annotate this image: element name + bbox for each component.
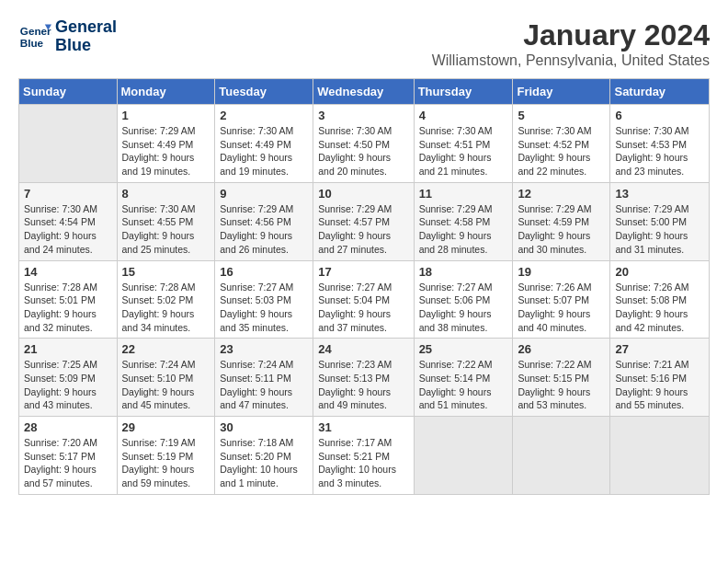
day-info: Sunrise: 7:26 AMSunset: 5:07 PMDaylight:… [518,281,605,335]
day-info: Sunrise: 7:18 AMSunset: 5:20 PMDaylight:… [220,436,308,490]
day-info: Sunrise: 7:30 AMSunset: 4:55 PMDaylight:… [122,202,210,257]
week-row-1: 1 Sunrise: 7:29 AMSunset: 4:49 PMDayligh… [19,105,710,183]
day-info: Sunrise: 7:26 AMSunset: 5:08 PMDaylight:… [615,281,704,335]
day-info: Sunrise: 7:30 AMSunset: 4:51 PMDaylight:… [419,124,508,178]
day-number: 24 [318,342,408,356]
day-number: 23 [220,342,308,356]
day-cell [19,105,118,183]
day-info: Sunrise: 7:30 AMSunset: 4:54 PMDaylight:… [24,202,112,257]
day-info: Sunrise: 7:23 AMSunset: 5:13 PMDaylight:… [318,358,408,412]
day-info: Sunrise: 7:20 AMSunset: 5:17 PMDaylight:… [24,436,112,490]
day-cell: 18 Sunrise: 7:27 AMSunset: 5:06 PMDaylig… [414,260,513,339]
calendar-table: SundayMondayTuesdayWednesdayThursdayFrid… [18,78,710,495]
header-row: SundayMondayTuesdayWednesdayThursdayFrid… [19,79,710,105]
day-number: 16 [220,265,308,279]
day-number: 12 [518,187,605,201]
week-row-3: 14 Sunrise: 7:28 AMSunset: 5:01 PMDaylig… [19,260,710,339]
day-cell: 3 Sunrise: 7:30 AMSunset: 4:50 PMDayligh… [313,105,414,183]
day-info: Sunrise: 7:29 AMSunset: 5:00 PMDaylight:… [615,202,704,257]
day-info: Sunrise: 7:22 AMSunset: 5:14 PMDaylight:… [419,358,508,412]
day-number: 10 [318,187,408,201]
day-cell: 21 Sunrise: 7:25 AMSunset: 5:09 PMDaylig… [19,339,118,417]
logo-icon: General Blue [18,20,51,53]
day-number: 19 [518,265,605,279]
day-info: Sunrise: 7:30 AMSunset: 4:52 PMDaylight:… [518,124,605,178]
week-row-4: 21 Sunrise: 7:25 AMSunset: 5:09 PMDaylig… [19,339,710,417]
day-cell: 12 Sunrise: 7:29 AMSunset: 4:59 PMDaylig… [513,182,610,260]
day-cell: 14 Sunrise: 7:28 AMSunset: 5:01 PMDaylig… [19,260,118,339]
day-info: Sunrise: 7:29 AMSunset: 4:49 PMDaylight:… [122,124,210,178]
day-number: 4 [419,109,508,122]
day-info: Sunrise: 7:29 AMSunset: 4:57 PMDaylight:… [318,202,408,257]
day-cell: 9 Sunrise: 7:29 AMSunset: 4:56 PMDayligh… [215,182,313,260]
day-number: 5 [518,109,605,122]
header-cell-monday: Monday [117,79,215,105]
day-number: 3 [318,109,408,122]
day-cell: 23 Sunrise: 7:24 AMSunset: 5:11 PMDaylig… [215,339,313,417]
day-info: Sunrise: 7:17 AMSunset: 5:21 PMDaylight:… [318,436,408,490]
day-info: Sunrise: 7:30 AMSunset: 4:50 PMDaylight:… [318,124,408,178]
logo: General Blue General Blue [18,18,117,55]
calendar-header: SundayMondayTuesdayWednesdayThursdayFrid… [19,79,710,105]
day-number: 20 [615,265,704,279]
day-number: 2 [220,109,308,122]
day-info: Sunrise: 7:29 AMSunset: 4:59 PMDaylight:… [518,202,605,257]
day-number: 7 [24,187,112,201]
day-info: Sunrise: 7:24 AMSunset: 5:10 PMDaylight:… [122,358,210,412]
svg-text:Blue: Blue [20,37,44,49]
day-cell: 22 Sunrise: 7:24 AMSunset: 5:10 PMDaylig… [117,339,215,417]
day-info: Sunrise: 7:30 AMSunset: 4:53 PMDaylight:… [615,124,704,178]
day-cell: 7 Sunrise: 7:30 AMSunset: 4:54 PMDayligh… [19,182,118,260]
day-cell: 30 Sunrise: 7:18 AMSunset: 5:20 PMDaylig… [215,417,313,495]
day-cell: 15 Sunrise: 7:28 AMSunset: 5:02 PMDaylig… [117,260,215,339]
day-cell: 24 Sunrise: 7:23 AMSunset: 5:13 PMDaylig… [313,339,414,417]
day-info: Sunrise: 7:30 AMSunset: 4:49 PMDaylight:… [220,124,308,178]
day-number: 14 [24,265,112,279]
day-info: Sunrise: 7:24 AMSunset: 5:11 PMDaylight:… [220,358,308,412]
calendar-body: 1 Sunrise: 7:29 AMSunset: 4:49 PMDayligh… [19,105,710,495]
day-number: 26 [518,342,605,356]
day-cell: 20 Sunrise: 7:26 AMSunset: 5:08 PMDaylig… [610,260,710,339]
day-info: Sunrise: 7:25 AMSunset: 5:09 PMDaylight:… [24,358,112,412]
day-number: 9 [220,187,308,201]
day-number: 22 [122,342,210,356]
day-number: 21 [24,342,112,356]
day-info: Sunrise: 7:27 AMSunset: 5:06 PMDaylight:… [419,281,508,335]
day-info: Sunrise: 7:27 AMSunset: 5:04 PMDaylight:… [318,281,408,335]
week-row-2: 7 Sunrise: 7:30 AMSunset: 4:54 PMDayligh… [19,182,710,260]
day-number: 28 [24,420,112,434]
day-cell: 5 Sunrise: 7:30 AMSunset: 4:52 PMDayligh… [513,105,610,183]
day-number: 18 [419,265,508,279]
day-cell: 25 Sunrise: 7:22 AMSunset: 5:14 PMDaylig… [414,339,513,417]
day-cell: 17 Sunrise: 7:27 AMSunset: 5:04 PMDaylig… [313,260,414,339]
day-cell: 29 Sunrise: 7:19 AMSunset: 5:19 PMDaylig… [117,417,215,495]
day-cell [513,417,610,495]
day-info: Sunrise: 7:21 AMSunset: 5:16 PMDaylight:… [615,358,704,412]
day-number: 30 [220,420,308,434]
day-cell [610,417,710,495]
logo-text: General Blue [55,18,117,55]
week-row-5: 28 Sunrise: 7:20 AMSunset: 5:17 PMDaylig… [19,417,710,495]
header-cell-friday: Friday [513,79,610,105]
day-cell: 26 Sunrise: 7:22 AMSunset: 5:15 PMDaylig… [513,339,610,417]
day-number: 31 [318,420,408,434]
day-info: Sunrise: 7:29 AMSunset: 4:58 PMDaylight:… [419,202,508,257]
day-info: Sunrise: 7:27 AMSunset: 5:03 PMDaylight:… [220,281,308,335]
header-cell-saturday: Saturday [610,79,710,105]
title-area: January 2024 Williamstown, Pennsylvania,… [432,18,710,69]
day-cell: 6 Sunrise: 7:30 AMSunset: 4:53 PMDayligh… [610,105,710,183]
day-cell: 10 Sunrise: 7:29 AMSunset: 4:57 PMDaylig… [313,182,414,260]
day-info: Sunrise: 7:28 AMSunset: 5:02 PMDaylight:… [122,281,210,335]
header-cell-thursday: Thursday [414,79,513,105]
page-header: General Blue General Blue January 2024 W… [18,18,710,69]
day-number: 29 [122,420,210,434]
month-title: January 2024 [432,18,710,52]
day-cell: 8 Sunrise: 7:30 AMSunset: 4:55 PMDayligh… [117,182,215,260]
day-cell: 19 Sunrise: 7:26 AMSunset: 5:07 PMDaylig… [513,260,610,339]
header-cell-wednesday: Wednesday [313,79,414,105]
day-number: 6 [615,109,704,122]
day-number: 27 [615,342,704,356]
day-cell: 1 Sunrise: 7:29 AMSunset: 4:49 PMDayligh… [117,105,215,183]
day-number: 15 [122,265,210,279]
day-cell: 31 Sunrise: 7:17 AMSunset: 5:21 PMDaylig… [313,417,414,495]
